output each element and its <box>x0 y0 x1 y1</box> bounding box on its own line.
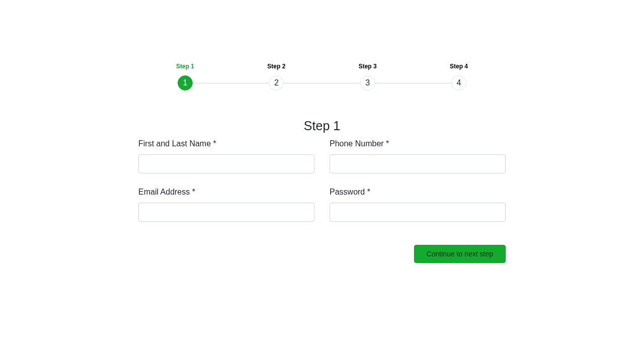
stepper: Step 1 1 Step 2 2 Step 3 3 Step 4 4 <box>176 63 468 90</box>
field-phone: Phone Number * <box>330 139 506 173</box>
page-heading: Step 1 <box>138 119 506 133</box>
continue-button[interactable]: Continue to next step <box>414 245 506 263</box>
step-1[interactable]: Step 1 1 <box>176 63 194 90</box>
step-circle: 4 <box>451 75 466 90</box>
field-label: First and Last Name * <box>138 139 314 148</box>
step-circle: 2 <box>269 75 284 90</box>
actions: Continue to next step <box>138 245 506 263</box>
stepper-line <box>184 83 460 83</box>
form: First and Last Name * Phone Number * Ema… <box>138 139 506 222</box>
field-label: Password * <box>330 188 506 197</box>
step-4[interactable]: Step 4 4 <box>450 63 468 90</box>
password-input[interactable] <box>330 203 506 222</box>
field-password: Password * <box>330 188 506 222</box>
email-input[interactable] <box>138 203 314 222</box>
step-label: Step 1 <box>176 63 194 70</box>
step-2[interactable]: Step 2 2 <box>267 63 285 90</box>
step-3[interactable]: Step 3 3 <box>359 63 377 90</box>
step-label: Step 2 <box>267 63 285 70</box>
step-label: Step 4 <box>450 63 468 70</box>
step-label: Step 3 <box>359 63 377 70</box>
field-name: First and Last Name * <box>138 139 314 173</box>
name-input[interactable] <box>138 154 314 173</box>
step-circle: 3 <box>360 75 375 90</box>
step-circle: 1 <box>178 75 193 90</box>
phone-input[interactable] <box>330 154 506 173</box>
field-label: Email Address * <box>138 188 314 197</box>
field-email: Email Address * <box>138 188 314 222</box>
field-label: Phone Number * <box>330 139 506 148</box>
